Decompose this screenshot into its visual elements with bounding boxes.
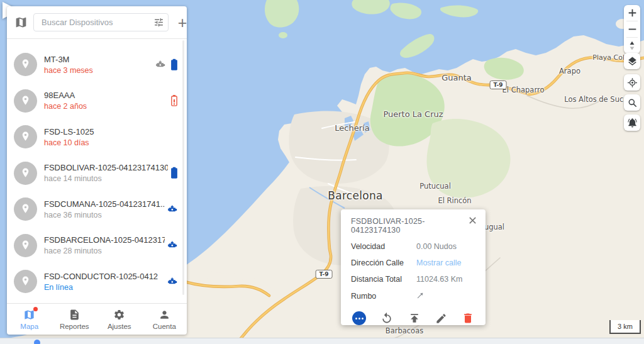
nav-tab-reportes[interactable]: Reportes (52, 304, 97, 335)
search-icon[interactable] (624, 95, 640, 111)
engine-blue-icon (167, 277, 178, 287)
map-label: Guanta (441, 73, 472, 82)
map-tab-icon (23, 309, 35, 321)
device-name: MT-3M (44, 55, 153, 64)
row-label: Dirección Calle (351, 258, 416, 267)
device-status-icons (170, 167, 178, 179)
device-avatar (14, 125, 37, 148)
battery-blue-icon (170, 58, 178, 71)
device-status-icons (167, 240, 178, 250)
replay-route-button[interactable] (380, 312, 393, 325)
device-list-item[interactable]: FSDBOLIVAR-1025-04123174130 hace 14 minu… (7, 155, 187, 192)
nav-label: Reportes (60, 323, 89, 330)
device-list-item[interactable]: MT-3M hace 3 meses (7, 47, 187, 83)
add-device-button[interactable]: + (174, 13, 191, 33)
device-search (33, 13, 169, 31)
device-status: hace 28 minutos (44, 247, 165, 255)
device-avatar (14, 234, 37, 257)
layers-control (624, 53, 640, 69)
engine-blue-icon (167, 240, 178, 250)
gear-icon (113, 309, 125, 321)
map-label: Putucual (419, 182, 451, 191)
device-text: FSD-LS-1025 hace 10 días (44, 127, 175, 147)
edit-device-button[interactable] (435, 313, 447, 325)
search-input[interactable] (40, 17, 153, 28)
app-window: GuantaEl ChaparroArapoPlaya ColoLos Alto… (0, 0, 644, 344)
map-label: Arapo (559, 67, 580, 75)
tilt-control-button[interactable] (624, 38, 640, 53)
map-scale: 3 km (609, 320, 641, 334)
map-label: Barcelona (328, 189, 383, 202)
device-list-item[interactable]: FSDCUMANA-1025-041231741... hace 36 minu… (7, 191, 187, 228)
delete-device-button[interactable] (462, 312, 474, 325)
nav-tab-ajustes[interactable]: Ajustes (97, 304, 142, 335)
device-name: FSD-CONDUCTOR-1025-0412 (44, 272, 165, 281)
notification-badge (33, 307, 38, 311)
device-name: FSDBARCELONA-1025-0412317... (44, 235, 165, 245)
upload-command-button[interactable] (408, 312, 421, 325)
device-list: MT-3M hace 3 meses 98EAAA hace 2 años FS… (7, 39, 187, 303)
nav-tab-mapa[interactable]: Mapa (7, 304, 52, 335)
device-list-item[interactable]: FSDBARCELONA-1025-0412317... hace 28 min… (7, 228, 187, 264)
map-label: El Rincón (438, 196, 471, 205)
battery-blue-icon (170, 167, 178, 179)
show-street-link[interactable]: Mostrar calle (416, 258, 475, 267)
course-ne-arrow-icon (416, 291, 475, 301)
map-icon (12, 14, 30, 31)
device-status: hace 14 minutos (44, 174, 168, 183)
device-status: hace 10 días (44, 138, 175, 147)
device-name: FSD-LS-1025 (44, 127, 175, 136)
bottom-navigation: Mapa Reportes Ajustes Cuenta (7, 303, 187, 335)
person-icon (158, 309, 170, 321)
device-text: MT-3M hace 3 meses (44, 55, 153, 75)
scrollbar[interactable] (182, 40, 184, 295)
nav-label: Cuenta (153, 323, 176, 330)
layers-icon[interactable] (624, 53, 640, 69)
row-value: 0.00 Nudos (416, 242, 475, 251)
engine-gray-icon (155, 60, 166, 70)
device-status: hace 36 minutos (44, 211, 165, 219)
device-list-item[interactable]: FSD-LS-1025 hace 10 días (7, 119, 187, 155)
filter-tune-icon[interactable] (153, 17, 164, 28)
device-list-item[interactable]: 98EAAA hace 2 años (7, 83, 187, 119)
nav-tab-cuenta[interactable]: Cuenta (142, 304, 187, 335)
device-status-icons (170, 94, 178, 107)
detail-row-distancia: Distancia Total 11024.63 Km (351, 275, 475, 284)
zoom-in-button[interactable] (624, 5, 640, 21)
device-status: hace 3 meses (44, 66, 153, 75)
my-location-icon[interactable] (624, 75, 640, 91)
search-control (624, 94, 640, 111)
map-label: Los Altos de Sucre (564, 95, 631, 104)
device-details-popup: FSDBOLIVAR-1025-04123174130 Velocidad 0.… (341, 209, 486, 325)
device-name: 98EAAA (44, 91, 168, 100)
device-avatar (14, 53, 37, 76)
map-label: Puerto La Cruz (383, 109, 443, 119)
device-panel: + MT-3M hace 3 meses 98EAAA hace 2 años … (7, 6, 187, 335)
road-shield: T-9 (316, 270, 333, 279)
detail-row-rumbo: Rumbo (351, 291, 475, 301)
map-label: Lechería (335, 123, 369, 133)
device-status-icons (155, 58, 178, 71)
more-options-button[interactable] (352, 311, 366, 325)
bottom-blue-dot (34, 340, 40, 344)
detail-row-velocidad: Velocidad 0.00 Nudos (351, 242, 475, 251)
device-text: FSD-CONDUCTOR-1025-0412 En línea (44, 272, 165, 292)
close-icon[interactable] (467, 216, 478, 227)
zoom-out-button[interactable] (624, 21, 640, 37)
device-avatar (14, 197, 37, 221)
bell-icon[interactable] (624, 115, 640, 131)
map-label: El Chaparro (502, 86, 545, 94)
nav-label: Ajustes (108, 323, 131, 330)
device-name: FSDBOLIVAR-1025-04123174130 (44, 163, 168, 172)
bottom-edge-strip (0, 338, 644, 344)
device-avatar (14, 162, 37, 185)
device-status-icons (167, 277, 178, 287)
nav-label: Mapa (20, 323, 38, 330)
detail-row-direccion: Dirección Calle Mostrar calle (351, 258, 475, 267)
device-text: 98EAAA hace 2 años (44, 91, 168, 111)
device-text: FSDBOLIVAR-1025-04123174130 hace 14 minu… (44, 163, 168, 183)
row-label: Distancia Total (351, 275, 416, 284)
popup-title: FSDBOLIVAR-1025-04123174130 (351, 217, 464, 235)
device-list-item[interactable]: FSD-CONDUCTOR-1025-0412 En línea (7, 264, 187, 300)
device-name: FSDCUMANA-1025-041231741... (44, 199, 165, 209)
